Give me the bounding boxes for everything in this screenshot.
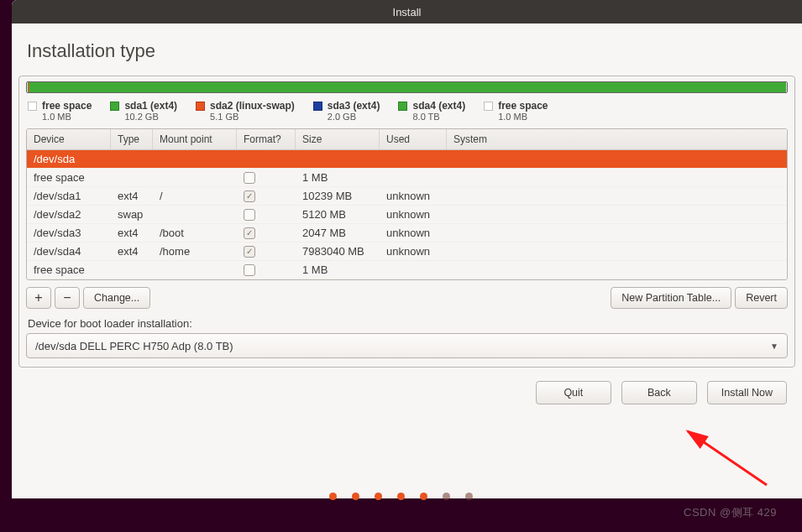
cell-used xyxy=(380,268,447,273)
cell-mount xyxy=(153,157,237,162)
cell-device: free space xyxy=(27,169,111,186)
cell-mount xyxy=(153,212,237,217)
remove-partition-button[interactable]: − xyxy=(55,287,80,309)
add-partition-button[interactable]: + xyxy=(26,287,51,309)
col-used[interactable]: Used xyxy=(380,129,447,149)
format-checkbox[interactable] xyxy=(244,209,255,221)
change-partition-button[interactable]: Change... xyxy=(83,287,150,309)
table-row[interactable]: /dev/sda3ext4/boot2047 MBunknown xyxy=(27,224,787,243)
diskbar-segment[interactable] xyxy=(786,82,787,92)
table-header: Device Type Mount point Format? Size Use… xyxy=(27,129,787,150)
cell-mount xyxy=(153,175,237,180)
legend-name: free space xyxy=(498,100,548,112)
cell-device: /dev/sda xyxy=(27,150,111,168)
cell-device: /dev/sda3 xyxy=(27,224,111,242)
partition-legend: free space1.0 MBsda1 (ext4)10.2 GBsda2 (… xyxy=(28,100,786,122)
legend-size: 10.2 GB xyxy=(124,112,177,122)
bootloader-device-combo[interactable]: /dev/sda DELL PERC H750 Adp (8.0 TB) ▼ xyxy=(26,333,788,358)
cell-type: ext4 xyxy=(111,243,153,260)
cell-type xyxy=(111,157,153,162)
wizard-footer: Quit Back Install Now xyxy=(18,368,795,411)
format-checkbox[interactable] xyxy=(244,246,255,258)
legend-name: sda1 (ext4) xyxy=(124,100,177,112)
col-format[interactable]: Format? xyxy=(237,129,296,149)
legend-item[interactable]: free space1.0 MB xyxy=(28,100,92,122)
legend-item[interactable]: sda4 (ext4)8.0 TB xyxy=(398,100,465,122)
cell-system xyxy=(447,249,787,254)
back-button[interactable]: Back xyxy=(621,381,697,404)
cell-mount: /boot xyxy=(153,224,237,242)
dot xyxy=(420,493,427,500)
quit-button[interactable]: Quit xyxy=(536,381,611,404)
cell-size xyxy=(296,157,380,162)
partition-toolbar: + − Change... New Partition Table... Rev… xyxy=(26,287,788,309)
revert-button[interactable]: Revert xyxy=(735,287,788,309)
legend-swatch xyxy=(313,102,322,111)
legend-name: sda3 (ext4) xyxy=(328,100,380,112)
cell-format xyxy=(237,225,296,242)
cell-used: unknown xyxy=(380,206,447,223)
legend-name: free space xyxy=(42,100,92,112)
chevron-down-icon: ▼ xyxy=(770,342,778,351)
cell-type xyxy=(111,268,153,273)
cell-device: /dev/sda1 xyxy=(27,187,111,205)
col-type[interactable]: Type xyxy=(111,129,153,149)
col-mount[interactable]: Mount point xyxy=(153,129,237,149)
format-checkbox[interactable] xyxy=(244,172,255,184)
legend-size: 1.0 MB xyxy=(42,112,92,122)
legend-swatch xyxy=(398,102,407,111)
cell-type: swap xyxy=(111,206,153,223)
watermark: CSDN @侧耳 429 xyxy=(684,505,777,520)
legend-name: sda4 (ext4) xyxy=(412,100,465,112)
legend-size: 1.0 MB xyxy=(498,112,548,122)
cell-used xyxy=(380,157,447,162)
disk-usage-bar xyxy=(26,81,788,93)
format-checkbox[interactable] xyxy=(244,227,255,239)
legend-item[interactable]: sda3 (ext4)2.0 GB xyxy=(313,100,380,122)
cell-size: 7983040 MB xyxy=(296,243,380,260)
table-row[interactable]: free space1 MB xyxy=(27,261,787,279)
cell-system xyxy=(447,212,787,217)
titlebar: Install xyxy=(12,0,802,23)
format-checkbox[interactable] xyxy=(244,264,255,276)
cell-used: unknown xyxy=(380,187,447,205)
bootloader-device-value: /dev/sda DELL PERC H750 Adp (8.0 TB) xyxy=(35,340,233,352)
cell-system xyxy=(447,231,787,236)
legend-size: 8.0 TB xyxy=(412,112,465,122)
format-checkbox[interactable] xyxy=(244,190,255,202)
window-title: Install xyxy=(393,6,422,18)
col-size[interactable]: Size xyxy=(296,129,380,149)
cell-system xyxy=(447,268,787,273)
legend-item[interactable]: sda2 (linux-swap)5.1 GB xyxy=(196,100,295,122)
legend-swatch xyxy=(28,102,37,111)
cell-format xyxy=(237,262,296,279)
dot xyxy=(375,493,382,500)
cell-mount xyxy=(153,268,237,273)
table-row[interactable]: /dev/sda xyxy=(27,150,787,169)
table-row[interactable]: free space1 MB xyxy=(27,169,787,187)
cell-mount: /home xyxy=(153,243,237,260)
col-device[interactable]: Device xyxy=(27,129,111,149)
legend-item[interactable]: free space1.0 MB xyxy=(484,100,548,122)
table-row[interactable]: /dev/sda1ext4/10239 MBunknown xyxy=(27,187,787,206)
new-partition-table-button[interactable]: New Partition Table... xyxy=(611,287,731,309)
table-row[interactable]: /dev/sda4ext4/home7983040 MBunknown xyxy=(27,243,787,261)
cell-format xyxy=(237,170,296,186)
cell-type: ext4 xyxy=(111,224,153,242)
cell-mount: / xyxy=(153,187,237,205)
legend-item[interactable]: sda1 (ext4)10.2 GB xyxy=(110,100,177,122)
cell-device: /dev/sda2 xyxy=(27,206,111,223)
cell-size: 1 MB xyxy=(296,261,380,279)
cell-system xyxy=(447,175,787,180)
cell-device: /dev/sda4 xyxy=(27,243,111,260)
diskbar-segment[interactable] xyxy=(29,82,786,92)
col-system[interactable]: System xyxy=(447,129,787,149)
install-now-button[interactable]: Install Now xyxy=(707,381,787,404)
cell-size: 1 MB xyxy=(296,169,380,186)
cell-used: unknown xyxy=(380,243,447,260)
cell-size: 2047 MB xyxy=(296,224,380,242)
progress-dots xyxy=(0,493,802,500)
dot xyxy=(465,493,473,500)
table-row[interactable]: /dev/sda2swap5120 MBunknown xyxy=(27,206,787,224)
dot xyxy=(352,493,359,500)
